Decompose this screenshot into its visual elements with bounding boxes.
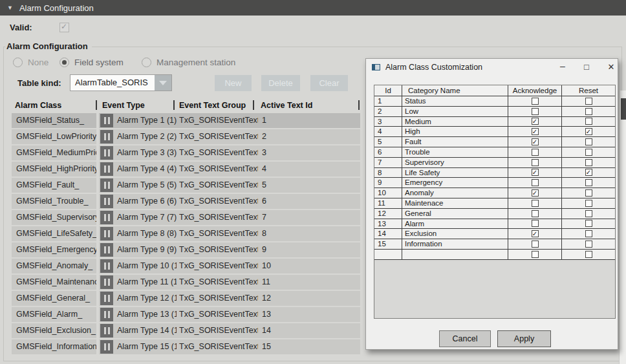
event-type-cell[interactable]: Alarm Type 5 (5): [114, 178, 177, 193]
clear-button[interactable]: Clear: [310, 75, 348, 91]
reset-checkbox[interactable]: [585, 241, 592, 248]
pause-bars-icon[interactable]: [100, 211, 113, 224]
alarm-table-row[interactable]: GMSField_Fault_Alarm Type 5 (5)TxG_SORIS…: [12, 178, 360, 193]
active-text-id-cell[interactable]: 5: [258, 178, 360, 193]
alarm-class-cell[interactable]: GMSField_HighPriority.: [12, 162, 96, 177]
dialog-titlebar[interactable]: Alarm Class Customization – □ ✕: [366, 59, 618, 76]
acknowledge-checkbox[interactable]: [532, 200, 539, 207]
reset-checkbox[interactable]: [585, 189, 592, 197]
event-type-cell[interactable]: Alarm Type 12 (12): [114, 291, 177, 306]
alarm-table-row[interactable]: GMSField_General_Alarm Type 12 (12)TxG_S…: [12, 291, 360, 306]
acknowledge-checkbox[interactable]: [532, 241, 539, 248]
event-type-cell[interactable]: Alarm Type 1 (1): [114, 113, 177, 128]
pause-bars-icon[interactable]: [100, 259, 113, 273]
alarm-class-cell[interactable]: GMSField_General_: [12, 291, 96, 306]
alarm-table-row[interactable]: GMSField_Emergency_Alarm Type 9 (9)TxG_S…: [12, 242, 360, 257]
reset-checkbox[interactable]: ✓: [585, 169, 592, 176]
event-type-cell[interactable]: Alarm Type 6 (6): [114, 194, 177, 209]
active-text-id-cell[interactable]: 7: [258, 210, 360, 225]
alarm-class-cell[interactable]: GMSField_Fault_: [12, 178, 96, 193]
pause-bars-icon[interactable]: [100, 292, 113, 305]
alarm-class-cell[interactable]: GMSField_LowPriorityA: [12, 129, 96, 144]
event-text-group-cell[interactable]: TxG_SORISEventText: [177, 226, 258, 241]
acknowledge-checkbox[interactable]: ✓: [532, 128, 539, 135]
acknowledge-checkbox[interactable]: [532, 108, 539, 115]
event-text-group-cell[interactable]: TxG_SORISEventText: [177, 307, 258, 322]
apply-button[interactable]: Apply: [497, 330, 551, 347]
event-type-cell[interactable]: Alarm Type 2 (2): [114, 129, 177, 144]
event-text-group-cell[interactable]: TxG_SORISEventText: [177, 194, 258, 209]
alarm-class-cell[interactable]: GMSField_Supervisory_: [12, 210, 96, 225]
grid-header-id[interactable]: Id: [374, 85, 402, 96]
pause-bars-icon[interactable]: [100, 114, 113, 127]
acknowledge-checkbox[interactable]: ✓: [532, 138, 539, 145]
acknowledge-checkbox[interactable]: [532, 98, 539, 105]
column-header-event-type[interactable]: Event Type: [98, 99, 175, 112]
reset-checkbox[interactable]: [585, 210, 592, 217]
event-text-group-cell[interactable]: TxG_SORISEventText: [177, 178, 258, 193]
event-text-group-cell[interactable]: TxG_SORISEventText: [177, 210, 258, 225]
reset-checkbox[interactable]: [585, 118, 592, 125]
active-text-id-cell[interactable]: 15: [258, 339, 360, 354]
vertical-scrollbar[interactable]: [619, 91, 626, 364]
pause-bars-icon[interactable]: [100, 146, 113, 160]
alarm-table-row[interactable]: GMSField_Trouble_Alarm Type 6 (6)TxG_SOR…: [12, 194, 360, 209]
event-type-cell[interactable]: Alarm Type 4 (4): [114, 162, 177, 177]
reset-checkbox[interactable]: [585, 98, 592, 105]
reset-checkbox[interactable]: [585, 108, 592, 115]
event-text-group-cell[interactable]: TxG_SORISEventText: [177, 145, 258, 160]
pause-bars-icon[interactable]: [100, 227, 113, 241]
alarm-class-cell[interactable]: GMSField_Exclusion_: [12, 323, 96, 338]
alarm-table-row[interactable]: GMSField_Anomaly_Alarm Type 10 (10)TxG_S…: [12, 259, 360, 273]
reset-checkbox[interactable]: [585, 159, 592, 166]
alarm-table-row[interactable]: GMSField_HighPriority.Alarm Type 4 (4)Tx…: [12, 162, 360, 177]
event-text-group-cell[interactable]: TxG_SORISEventText: [177, 242, 258, 257]
alarm-table-row[interactable]: GMSField_LifeSafety_Alarm Type 8 (8)TxG_…: [12, 226, 360, 241]
alarm-class-cell[interactable]: GMSField_Information_: [12, 339, 96, 354]
alarm-class-cell[interactable]: GMSField_Anomaly_: [12, 259, 96, 273]
active-text-id-cell[interactable]: 2: [258, 129, 360, 144]
pause-bars-icon[interactable]: [100, 130, 113, 144]
alarm-class-cell[interactable]: GMSField_Trouble_: [12, 194, 96, 209]
column-header-alarm-class[interactable]: Alarm Class: [12, 99, 98, 112]
alarm-table-row[interactable]: GMSField_MaintenancAlarm Type 11 (11)TxG…: [12, 275, 360, 290]
maximize-button[interactable]: □: [579, 60, 594, 74]
alarm-class-cell[interactable]: GMSField_LifeSafety_: [12, 226, 96, 241]
active-text-id-cell[interactable]: 3: [258, 145, 360, 160]
acknowledge-checkbox[interactable]: [532, 220, 539, 227]
reset-checkbox[interactable]: [585, 200, 592, 207]
alarm-class-cell[interactable]: GMSField_Maintenanc: [12, 275, 96, 290]
active-text-id-cell[interactable]: 6: [258, 194, 360, 209]
alarm-table-row[interactable]: GMSField_Information_Alarm Type 15 (15)T…: [12, 339, 360, 354]
event-text-group-cell[interactable]: TxG_SORISEventText: [177, 291, 258, 306]
active-text-id-cell[interactable]: 4: [258, 162, 360, 177]
close-button[interactable]: ✕: [603, 60, 619, 74]
acknowledge-checkbox[interactable]: ✓: [532, 118, 539, 125]
radio-management-station[interactable]: Management station: [142, 57, 235, 68]
pause-bars-icon[interactable]: [100, 162, 113, 176]
reset-checkbox[interactable]: [585, 220, 592, 227]
alarm-class-cell[interactable]: GMSField_Emergency_: [12, 242, 96, 257]
event-text-group-cell[interactable]: TxG_SORISEventText: [177, 275, 258, 290]
alarm-class-cell[interactable]: GMSField_Status_: [12, 113, 96, 128]
delete-button[interactable]: Delete: [261, 75, 300, 91]
column-header-active-text-id[interactable]: Active Text Id: [255, 99, 360, 112]
event-type-cell[interactable]: Alarm Type 7 (7): [114, 210, 177, 225]
event-type-cell[interactable]: Alarm Type 3 (3): [114, 145, 177, 160]
acknowledge-checkbox[interactable]: [532, 159, 539, 166]
event-text-group-cell[interactable]: TxG_SORISEventText: [177, 323, 258, 338]
reset-checkbox[interactable]: [585, 179, 592, 186]
combobox-dropdown-button[interactable]: [155, 75, 171, 91]
minimize-button[interactable]: –: [555, 60, 570, 74]
pause-bars-icon[interactable]: [100, 243, 113, 257]
collapse-triangle-icon[interactable]: ▼: [7, 0, 13, 16]
active-text-id-cell[interactable]: 9: [258, 242, 360, 257]
acknowledge-checkbox[interactable]: [532, 179, 539, 186]
alarm-table-row[interactable]: GMSField_Exclusion_Alarm Type 14 (14)TxG…: [12, 323, 360, 338]
pause-bars-icon[interactable]: [100, 195, 113, 208]
acknowledge-checkbox[interactable]: ✓: [532, 189, 539, 197]
acknowledge-checkbox[interactable]: [532, 210, 539, 217]
reset-checkbox[interactable]: ✓: [585, 128, 592, 135]
panel-header-bar[interactable]: ▼ Alarm Configuration: [0, 0, 626, 16]
acknowledge-checkbox[interactable]: [532, 149, 539, 156]
